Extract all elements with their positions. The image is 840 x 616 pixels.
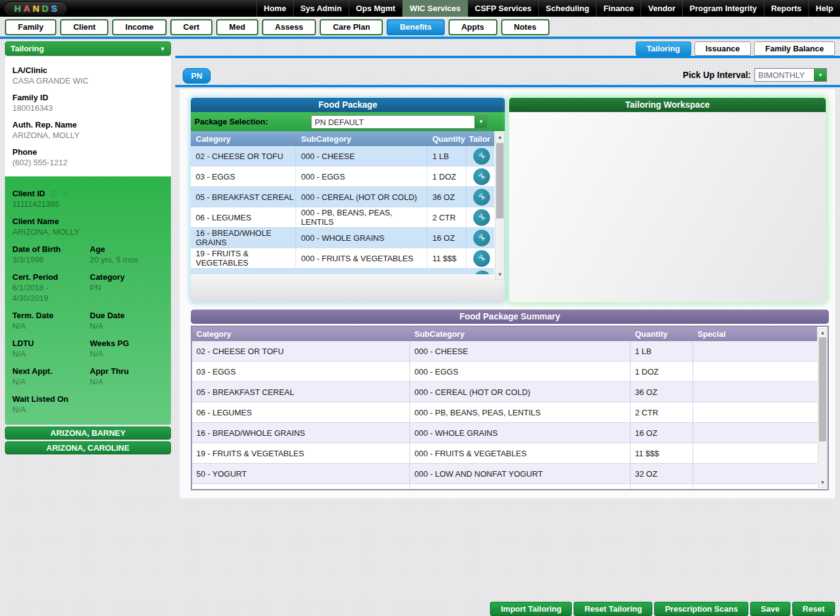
food-package-footer (191, 274, 505, 302)
logo-letter: N (33, 3, 40, 14)
chevron-down-icon[interactable]: ▼ (814, 69, 826, 81)
nav-item-csfp-services[interactable]: CSFP Services (468, 0, 539, 17)
reset-button[interactable]: Reset (792, 602, 835, 616)
field-label: LA/Clinic (12, 65, 164, 76)
scroll-down-icon[interactable]: ▼ (496, 271, 504, 279)
nav-item-sys-admin[interactable]: Sys Admin (293, 0, 349, 17)
subcategory-cell: 000 - CEREAL (HOT OR COLD) (296, 187, 427, 207)
nav-item-ops-mgmt[interactable]: Ops Mgmt (349, 0, 403, 17)
nav-item-scheduling[interactable]: Scheduling (538, 0, 596, 17)
package-tab-pn[interactable]: PN (183, 68, 211, 84)
tab-med[interactable]: Med (216, 19, 258, 35)
special-cell (693, 443, 817, 463)
edit-icon[interactable]: ✎ (62, 189, 68, 198)
scrollbar-track[interactable] (818, 337, 827, 479)
quantity-cell: 1 DOZ (631, 362, 693, 381)
client-field-wait-listed-on: Wait Listed OnN/A (12, 394, 86, 415)
view-tab-family-balance[interactable]: Family Balance (754, 41, 835, 56)
tailor-cell: ✂ (466, 146, 494, 166)
family-member-button[interactable]: ARIZONA, BARNEY (5, 427, 171, 440)
reset-tailoring-button[interactable]: Reset Tailoring (574, 602, 652, 616)
prescription-scans-button[interactable]: Prescription Scans (654, 602, 748, 616)
chevron-down-icon: ▼ (160, 46, 165, 52)
hands-logo[interactable]: HANDS (4, 1, 68, 16)
field-label: Appr Thru (90, 366, 164, 376)
nav-item-vendor[interactable]: Vendor (641, 0, 682, 17)
nav-item-finance[interactable]: Finance (596, 0, 641, 17)
nav-item-wic-services[interactable]: WIC Services (402, 0, 467, 17)
field-label: Phone (12, 147, 164, 157)
tab-client[interactable]: Client (60, 19, 108, 35)
tab-cert[interactable]: Cert (170, 19, 212, 35)
tab-benefits[interactable]: Benefits (387, 19, 444, 35)
package-selection-dropdown[interactable]: PN DEFAULT ▼ (311, 115, 488, 129)
family-member-button[interactable]: ARIZONA, CAROLINE (5, 441, 171, 454)
scissors-icon[interactable]: ✂ (474, 271, 491, 274)
scissors-icon[interactable]: ✂ (473, 189, 490, 206)
import-tailoring-button[interactable]: Import Tailoring (490, 602, 572, 616)
view-tab-tailoring[interactable]: Tailoring (636, 41, 691, 56)
category-cell: 02 - CHEESE OR TOFU (192, 341, 410, 361)
scroll-up-icon[interactable]: ▲ (496, 133, 504, 142)
table-row: 02 - CHEESE OR TOFU000 - CHEESE1 LB✂ (191, 146, 494, 167)
quantity-cell: 1 LB (631, 341, 693, 361)
food-package-summary-panel: Food Package Summary CategorySubCategory… (191, 310, 829, 490)
save-button[interactable]: Save (750, 602, 790, 616)
field-label: Next Appt. (12, 366, 86, 376)
scissors-icon[interactable]: ✂ (473, 230, 490, 246)
nav-item-help[interactable]: Help (808, 0, 840, 17)
scrollbar-thumb[interactable] (496, 143, 504, 219)
scissors-icon[interactable]: ✂ (473, 209, 490, 226)
scrollbar-track[interactable] (496, 142, 504, 271)
category-cell: 16 - BREAD/WHOLE GRAINS (192, 423, 410, 443)
scissors-icon[interactable]: ✂ (473, 148, 490, 165)
nav-item-reports[interactable]: Reports (764, 0, 808, 17)
food-package-summary-table: CategorySubCategoryQuantitySpecial 02 - … (191, 326, 829, 490)
summary-rows: 02 - CHEESE OR TOFU000 - CHEESE1 LB03 - … (192, 341, 828, 484)
client-field-due-date: Due DateN/A (90, 310, 164, 331)
scissors-icon[interactable]: ✂ (473, 168, 490, 185)
vertical-scrollbar[interactable]: ▲ ▼ (818, 328, 828, 488)
tailoring-workspace-dropzone[interactable] (509, 112, 826, 302)
table-row: 02 - CHEESE OR TOFU000 - CHEESE1 LB (192, 341, 817, 362)
list-icon[interactable]: ☰ (50, 189, 57, 198)
scrollbar-thumb[interactable] (819, 337, 826, 441)
pickup-interval-dropdown[interactable]: BIMONTHLY ▼ (755, 68, 827, 82)
top-nav-items: HomeSys AdminOps MgmtWIC ServicesCSFP Se… (256, 0, 840, 17)
field-value: N/A (90, 349, 164, 359)
chevron-down-icon[interactable]: ▼ (475, 116, 487, 128)
client-field-category: CategoryPN (90, 272, 164, 303)
scroll-up-icon[interactable]: ▲ (818, 329, 827, 337)
field-label: Weeks PG (90, 338, 164, 349)
info-field: Auth. Rep. NameARIZONA, MOLLY (12, 119, 164, 141)
nav-item-home[interactable]: Home (256, 0, 293, 17)
special-cell (693, 402, 817, 422)
info-field: LA/ClinicCASA GRANDE WIC (12, 65, 164, 86)
view-tab-issuance[interactable]: Issuance (694, 41, 751, 56)
divider (0, 37, 840, 39)
field-value: N/A (12, 376, 86, 387)
category-cell: 19 - FRUITS & VEGETABLES (191, 248, 296, 268)
tab-income[interactable]: Income (112, 19, 167, 35)
client-field-age: Age20 yrs, 5 mos (90, 244, 164, 265)
scissors-icon[interactable]: ✂ (473, 250, 490, 267)
partial-table-row (192, 484, 817, 490)
tailor-cell: ✂ (466, 167, 494, 186)
quantity-cell: 32 OZ (631, 464, 693, 484)
vertical-scrollbar[interactable]: ▲ ▼ (495, 132, 505, 280)
tab-family[interactable]: Family (5, 19, 56, 35)
sidebar-section-dropdown[interactable]: Tailoring ▼ (5, 41, 171, 56)
info-field: Family ID180016343 (12, 92, 164, 113)
tab-assess[interactable]: Assess (262, 19, 317, 35)
view-tab-bar: TailoringIssuanceFamily Balance (636, 41, 835, 56)
category-cell: 06 - LEGUMES (192, 402, 410, 422)
subcategory-cell: 000 - CHEESE (296, 146, 427, 166)
tailoring-workspace-title: Tailoring Workspace (509, 98, 826, 112)
scroll-down-icon[interactable]: ▼ (818, 479, 827, 487)
tab-notes[interactable]: Notes (501, 19, 549, 35)
nav-item-program-integrity[interactable]: Program Integrity (682, 0, 763, 17)
category-cell: 05 - BREAKFAST CEREAL (191, 187, 296, 207)
column-header: Category (192, 329, 410, 339)
tab-care-plan[interactable]: Care Plan (320, 19, 383, 35)
tab-appts[interactable]: Appts (448, 19, 497, 35)
